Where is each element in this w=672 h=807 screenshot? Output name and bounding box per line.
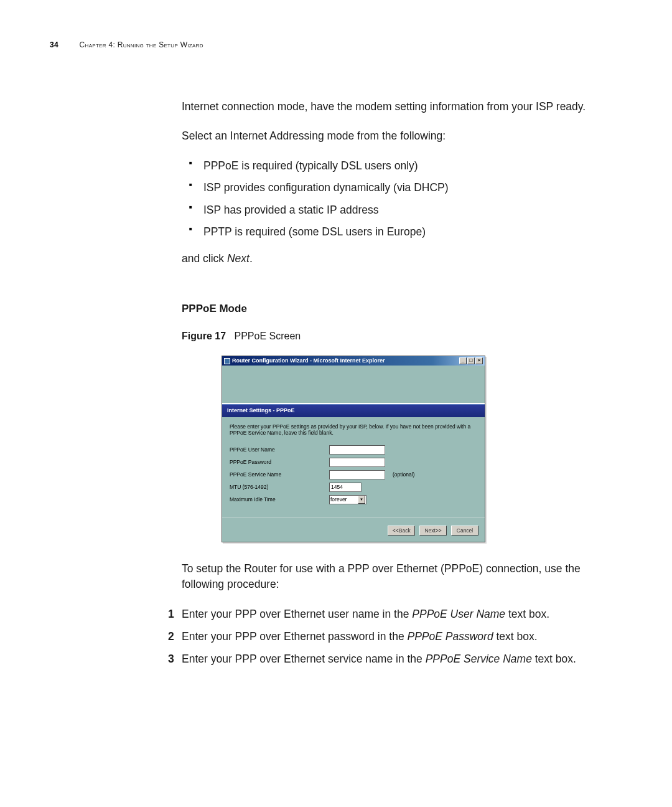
window-title: Router Configuration Wizard - Microsoft …: [232, 357, 385, 365]
dialog-buttons: <<Back Next>> Cancel: [222, 517, 485, 542]
field-emphasis: PPPoE Service Name: [426, 653, 532, 665]
list-item: Enter your PPP over Ethernet user name i…: [182, 606, 611, 622]
text: Enter your PPP over Ethernet service nam…: [182, 653, 426, 665]
cancel-button[interactable]: Cancel: [451, 526, 478, 536]
intro-paragraph-2: Select an Internet Addressing mode from …: [182, 128, 611, 144]
window-top-spacer: [222, 366, 485, 404]
page-header: 34 Chapter 4: Running the Setup Wizard: [50, 40, 622, 49]
minimize-button[interactable]: _: [459, 357, 467, 364]
idle-time-value: forever: [330, 496, 347, 503]
next-emphasis: Next: [227, 252, 250, 265]
pppoe-servicename-input[interactable]: [329, 470, 385, 479]
panel-title: Internet Settings - PPPoE: [222, 404, 485, 417]
figure-caption: Figure 17 PPPoE Screen: [182, 329, 611, 343]
addressing-modes-list: PPPoE is required (typically DSL users o…: [182, 158, 611, 240]
pppoe-servicename-label: PPPoE Service Name: [230, 471, 329, 478]
figure-title: PPPoE Screen: [234, 331, 301, 341]
pppoe-username-input[interactable]: [329, 445, 385, 455]
text: Enter your PPP over Ethernet password in…: [182, 630, 408, 643]
page-number: 34: [50, 40, 58, 49]
list-item: PPTP is required (some DSL users in Euro…: [182, 224, 611, 240]
procedure-steps: Enter your PPP over Ethernet user name i…: [182, 606, 611, 668]
text: text box.: [493, 630, 538, 643]
field-emphasis: PPPoE User Name: [412, 608, 505, 620]
text: text box.: [532, 653, 576, 665]
pppoe-password-input[interactable]: [329, 458, 385, 467]
list-item: ISP has provided a static IP address: [182, 202, 611, 218]
chapter-label: Chapter 4: Running the Setup Wizard: [80, 40, 203, 49]
pppoe-mode-heading: PPPoE Mode: [182, 301, 611, 317]
pppoe-screenshot-window: Router Configuration Wizard - Microsoft …: [222, 356, 485, 542]
text: .: [250, 252, 253, 265]
text: and click: [182, 252, 227, 265]
field-emphasis: PPPoE Password: [408, 630, 493, 643]
text: text box.: [505, 608, 549, 620]
mtu-label: MTU (576-1492): [230, 483, 329, 491]
list-item: ISP provides configuration dynamically (…: [182, 180, 611, 196]
pppoe-username-label: PPPoE User Name: [230, 446, 329, 453]
pppoe-password-label: PPPoE Password: [230, 458, 329, 466]
procedure-intro: To setup the Router for use with a PPP o…: [182, 561, 611, 593]
close-button[interactable]: ×: [475, 357, 483, 364]
idle-time-label: Maximum Idle Time: [230, 496, 329, 503]
mtu-input[interactable]: [329, 483, 362, 492]
back-button[interactable]: <<Back: [388, 526, 415, 536]
figure-label: Figure 17: [182, 331, 226, 341]
panel-description: Please enter your PPPoE settings as prov…: [230, 423, 477, 437]
list-item: PPPoE is required (typically DSL users o…: [182, 158, 611, 174]
click-next-paragraph: and click Next.: [182, 251, 611, 267]
text: Enter your PPP over Ethernet user name i…: [182, 608, 412, 620]
list-item: Enter your PPP over Ethernet service nam…: [182, 651, 611, 667]
maximize-button[interactable]: □: [467, 357, 475, 364]
ie-icon: [224, 358, 230, 364]
list-item: Enter your PPP over Ethernet password in…: [182, 629, 611, 644]
chevron-down-icon: ▼: [358, 496, 365, 504]
idle-time-select[interactable]: forever ▼: [329, 495, 366, 504]
optional-note: (optional): [393, 471, 414, 478]
window-titlebar: Router Configuration Wizard - Microsoft …: [222, 356, 485, 366]
intro-paragraph-1: Internet connection mode, have the modem…: [182, 99, 611, 115]
next-button[interactable]: Next>>: [419, 526, 447, 536]
